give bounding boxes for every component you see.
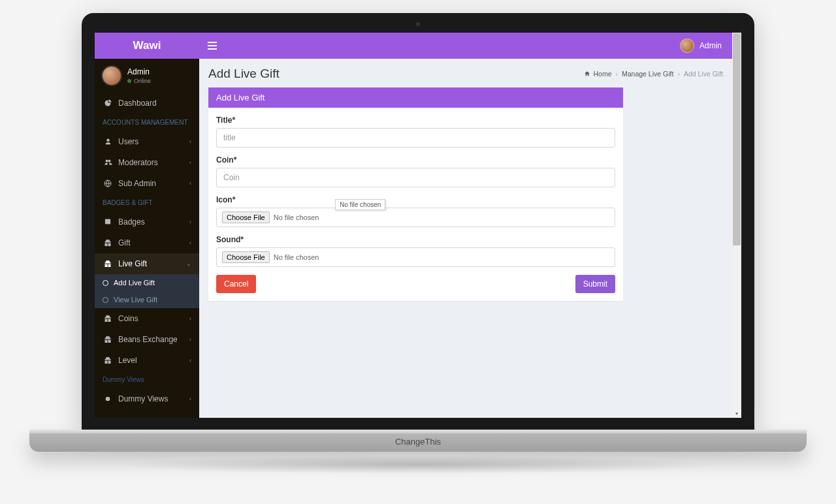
online-dot-icon	[127, 79, 131, 83]
form-group-title: Title*	[216, 116, 615, 148]
sidebar-item-label: Dashboard	[118, 99, 157, 108]
chevron-left-icon: ‹	[189, 396, 191, 402]
users-icon	[103, 159, 113, 166]
circle-icon	[103, 396, 113, 402]
breadcrumb-home[interactable]: Home	[584, 70, 611, 78]
file-status-text: No file chosen	[274, 213, 319, 221]
circle-icon	[103, 280, 108, 286]
topbar: Wawi Admin	[95, 33, 732, 59]
form-actions: Cancel Submit	[216, 275, 615, 293]
sidebar-item-coins[interactable]: Coins ‹	[95, 308, 199, 329]
globe-icon	[103, 180, 113, 187]
submenu-label: View Live Gift	[114, 296, 157, 304]
sidebar-item-label: Moderators	[118, 158, 158, 167]
coin-label: Coin*	[216, 155, 615, 165]
submit-button[interactable]: Submit	[575, 275, 615, 293]
topbar-user-menu[interactable]: Admin	[680, 39, 732, 53]
sidebar-item-label: Sub Admin	[118, 179, 156, 188]
gift-icon	[103, 260, 113, 268]
home-icon	[584, 71, 590, 77]
card-body: Title* Coin* Icon*	[208, 108, 623, 301]
icon-file-input[interactable]: Choose File No file chosen	[216, 208, 615, 227]
file-status-text: No file chosen	[274, 253, 319, 261]
dashboard-icon	[103, 99, 113, 107]
form-group-coin: Coin*	[216, 155, 615, 187]
shadow	[116, 456, 721, 474]
sidebar-item-dummy-views[interactable]: Dummy Views ‹	[95, 388, 199, 409]
sidebar-item-live-gift[interactable]: Live Gift ⌄	[95, 253, 199, 274]
sidebar-item-moderators[interactable]: Moderators ‹	[95, 152, 199, 173]
sidebar-item-label: Coins	[118, 314, 138, 323]
gift-icon	[103, 336, 113, 343]
avatar-icon	[101, 65, 122, 86]
laptop-brand-label: ChangeThis	[395, 437, 441, 447]
sidebar-item-level[interactable]: Level ‹	[95, 350, 199, 371]
scroll-down-icon[interactable]: ▾	[732, 409, 741, 418]
sidebar-item-gift[interactable]: Gift ‹	[95, 232, 199, 253]
sidebar-user-panel[interactable]: Admin Online	[95, 59, 199, 93]
form-card: Add Live Gift Title* Coin*	[208, 87, 623, 301]
choose-file-button[interactable]: Choose File	[222, 212, 270, 223]
scrollbar-thumb[interactable]	[733, 33, 741, 245]
form-group-sound: Sound* Choose File No file chosen	[216, 235, 615, 267]
circle-icon	[103, 297, 108, 303]
sidebar-item-sub-admin[interactable]: Sub Admin ‹	[95, 173, 199, 194]
sidebar-item-beans-exchange[interactable]: Beans Exchange ‹	[95, 329, 199, 350]
body-row: Admin Online Dashboard	[95, 59, 732, 418]
submenu-add-live-gift[interactable]: Add Live Gift	[95, 274, 199, 291]
menu-toggle-button[interactable]	[199, 33, 225, 59]
choose-file-button[interactable]: Choose File	[222, 251, 270, 263]
form-group-icon: Icon* Choose File No file chosen	[216, 195, 615, 227]
laptop-frame: Wawi Admin Admin	[82, 13, 754, 474]
user-icon	[103, 138, 113, 146]
breadcrumb-current: Add Live Gift	[684, 70, 723, 78]
laptop-base: ChangeThis	[29, 431, 807, 452]
tooltip: No file chosen	[335, 199, 385, 210]
submenu-view-live-gift[interactable]: View Live Gift	[95, 291, 199, 308]
sidebar-item-label: Users	[118, 137, 138, 146]
vertical-scrollbar[interactable]: ▴ ▾	[732, 33, 741, 418]
chevron-left-icon: ‹	[189, 219, 191, 225]
section-badges-header: BADGES & GIFT	[95, 194, 199, 212]
avatar-icon	[680, 39, 694, 53]
chevron-left-icon: ‹	[189, 138, 191, 145]
sidebar-item-dashboard[interactable]: Dashboard	[95, 93, 199, 114]
breadcrumb: Home › Manage Live Gift › Add Live Gift	[584, 70, 723, 78]
book-icon	[103, 218, 113, 226]
sidebar-item-users[interactable]: Users ‹	[95, 131, 199, 152]
icon-label: Icon*	[216, 195, 615, 204]
gift-icon	[103, 356, 113, 364]
gift-icon	[103, 315, 113, 323]
submenu-label: Add Live Gift	[114, 279, 155, 287]
chevron-left-icon: ‹	[189, 240, 191, 246]
chevron-left-icon: ‹	[189, 315, 191, 322]
sidebar-item-label: Level	[118, 356, 137, 365]
sound-file-input[interactable]: Choose File No file chosen	[216, 247, 615, 267]
sidebar: Admin Online Dashboard	[95, 59, 199, 418]
sidebar-item-label: Dummy Views	[118, 394, 168, 403]
topbar-username: Admin	[699, 41, 722, 50]
sidebar-item-badges[interactable]: Badges ‹	[95, 212, 199, 232]
sidebar-item-label: Gift	[118, 238, 131, 247]
chevron-left-icon: ‹	[189, 357, 191, 364]
section-accounts-header: ACCOUNTS MANAGEMENT	[95, 114, 199, 131]
section-dummy-header: Dummy Views	[95, 371, 199, 388]
sound-label: Sound*	[216, 235, 615, 244]
sidebar-item-label: Live Gift	[118, 259, 147, 268]
breadcrumb-separator: ›	[677, 70, 680, 78]
logo[interactable]: Wawi	[95, 39, 199, 52]
breadcrumb-mid[interactable]: Manage Live Gift	[622, 70, 673, 78]
breadcrumb-label: Home	[593, 70, 611, 78]
card-header: Add Live Gift	[208, 87, 623, 108]
chevron-down-icon: ⌄	[186, 260, 191, 267]
camera-dot	[416, 22, 420, 26]
status-text: Online	[134, 78, 151, 84]
chevron-left-icon: ‹	[189, 336, 191, 343]
coin-input[interactable]	[216, 168, 615, 187]
page-title: Add Live Gift	[208, 67, 280, 81]
title-input[interactable]	[216, 128, 615, 148]
content-header: Add Live Gift Home › Manage Live Gift › …	[208, 67, 723, 81]
cancel-button[interactable]: Cancel	[216, 275, 256, 293]
title-label: Title*	[216, 116, 615, 125]
admin-app: Wawi Admin Admin	[95, 33, 732, 418]
